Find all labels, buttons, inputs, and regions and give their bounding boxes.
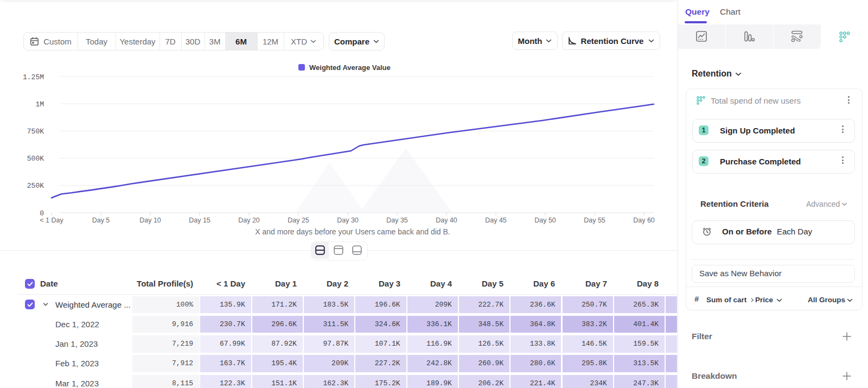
- svg-text:Day 55: Day 55: [584, 217, 605, 224]
- svg-text:250K: 250K: [27, 182, 44, 190]
- svg-text:Day 5: Day 5: [92, 217, 110, 224]
- svg-text:Day 40: Day 40: [436, 217, 457, 224]
- svg-text:Day 25: Day 25: [288, 217, 309, 224]
- svg-text:Day 35: Day 35: [386, 217, 408, 224]
- svg-text:Day 45: Day 45: [485, 217, 507, 224]
- svg-text:1.25M: 1.25M: [23, 73, 44, 81]
- svg-text:500K: 500K: [27, 155, 44, 163]
- svg-text:Day 50: Day 50: [534, 217, 556, 224]
- svg-text:Day 10: Day 10: [139, 217, 161, 224]
- svg-text:Day 20: Day 20: [238, 217, 260, 224]
- svg-text:1M: 1M: [35, 100, 44, 109]
- svg-text:750K: 750K: [27, 128, 44, 136]
- svg-text:< 1 Day: < 1 Day: [40, 217, 63, 224]
- svg-text:Day 60: Day 60: [633, 217, 655, 224]
- svg-text:Day 15: Day 15: [189, 217, 210, 224]
- svg-text:Day 30: Day 30: [337, 217, 359, 224]
